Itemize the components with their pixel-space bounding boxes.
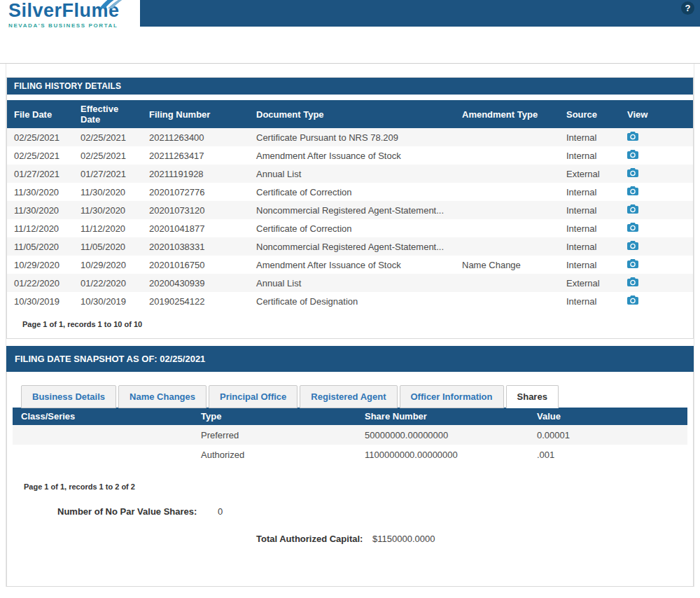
table-row: 01/27/2021 01/27/2021 20211191928 Annual… <box>7 165 693 183</box>
no-par-value: 0 <box>218 506 223 517</box>
cell-source: Internal <box>559 237 620 256</box>
cell-filing-number: 20200430939 <box>142 274 249 292</box>
total-authorized-capital-row: Total Authorized Capital: $1150000.0000 <box>256 534 687 544</box>
content-frame: FILING HISTORY DETAILS File Date Effecti… <box>6 64 694 587</box>
shares-pagination: Page 1 of 1, records 1 to 2 of 2 <box>24 482 687 491</box>
cell-amendment-type <box>455 128 559 146</box>
col-type: Type <box>192 408 356 425</box>
table-header-row: File Date Effective Date Filing Number D… <box>7 100 693 128</box>
shares-table: Class/Series Type Share Number Value Pre… <box>13 408 687 464</box>
cell-effective-date: 02/25/2021 <box>74 146 142 165</box>
cell-file-date: 10/29/2020 <box>7 256 74 274</box>
cell-document-type: Annual List <box>249 274 455 292</box>
camera-view-icon[interactable] <box>627 150 638 159</box>
tab-principal-office[interactable]: Principal Office <box>209 385 298 408</box>
cell-value: .001 <box>528 445 687 464</box>
col-view: View <box>620 100 693 128</box>
cell-amendment-type <box>455 274 559 292</box>
cell-source: Internal <box>559 201 620 219</box>
no-par-value-row: Number of No Par Value Shares: 0 <box>57 506 687 517</box>
table-row: 01/22/2020 01/22/2020 20200430939 Annual… <box>7 274 693 292</box>
cell-source: Internal <box>559 219 620 237</box>
header-navy-bar <box>140 0 700 27</box>
table-row: 11/30/2020 11/30/2020 20201073120 Noncom… <box>7 201 693 219</box>
cell-file-date: 10/30/2019 <box>7 292 74 310</box>
tab-registered-agent[interactable]: Registered Agent <box>300 385 397 408</box>
cell-type: Preferred <box>192 425 356 445</box>
cell-document-type: Annual List <box>249 165 455 183</box>
filing-history-panel: FILING HISTORY DETAILS File Date Effecti… <box>6 77 694 339</box>
help-icon[interactable]: ? <box>681 1 694 15</box>
cell-amendment-type <box>455 165 559 183</box>
camera-view-icon[interactable] <box>627 132 638 141</box>
cell-document-type: Certificate of Designation <box>249 292 455 310</box>
cell-effective-date: 11/05/2020 <box>74 237 142 256</box>
col-file-date: File Date <box>7 100 74 128</box>
total-authorized-capital-label: Total Authorized Capital: <box>256 534 363 544</box>
cell-share-number: 50000000.00000000 <box>356 425 528 445</box>
cell-view <box>620 146 693 165</box>
cell-class-series <box>13 445 192 464</box>
camera-view-icon[interactable] <box>627 186 638 195</box>
camera-view-icon[interactable] <box>627 223 638 232</box>
cell-amendment-type <box>455 219 559 237</box>
cell-source: External <box>559 165 620 183</box>
snapshot-tabs: Business Details Name Changes Principal … <box>21 384 687 408</box>
cell-document-type: Amendment After Issuance of Stock <box>249 146 455 165</box>
cell-document-type: Certificate of Correction <box>249 183 455 201</box>
total-authorized-capital-value: $1150000.0000 <box>372 534 435 544</box>
table-row: 02/25/2021 02/25/2021 20211263417 Amendm… <box>7 146 693 165</box>
camera-view-icon[interactable] <box>627 168 638 177</box>
logo-swoosh-icon <box>98 0 130 11</box>
cell-document-type: Certificate of Correction <box>249 219 455 237</box>
filing-history-table: File Date Effective Date Filing Number D… <box>7 100 693 310</box>
col-value: Value <box>528 408 687 425</box>
cell-amendment-type <box>455 183 559 201</box>
camera-view-icon[interactable] <box>627 295 638 305</box>
tab-officer-information[interactable]: Officer Information <box>400 385 504 408</box>
cell-file-date: 02/25/2021 <box>7 146 74 165</box>
table-row: Preferred 50000000.00000000 0.00001 <box>13 425 687 445</box>
cell-view <box>620 274 693 292</box>
tab-name-changes[interactable]: Name Changes <box>118 385 206 408</box>
col-class-series: Class/Series <box>13 408 192 425</box>
table-row: 11/12/2020 11/12/2020 20201041877 Certif… <box>7 219 693 237</box>
cell-effective-date: 11/12/2020 <box>74 219 142 237</box>
camera-view-icon[interactable] <box>627 277 638 286</box>
cell-file-date: 11/30/2020 <box>7 183 74 201</box>
col-document-type: Document Type <box>249 100 455 128</box>
cell-document-type: Noncommercial Registered Agent-Statement… <box>249 237 455 256</box>
cell-amendment-type <box>455 237 559 256</box>
camera-view-icon[interactable] <box>627 241 638 250</box>
cell-effective-date: 11/30/2020 <box>74 183 142 201</box>
cell-view <box>620 292 693 310</box>
cell-effective-date: 10/29/2020 <box>74 256 142 274</box>
cell-document-type: Noncommercial Registered Agent-Statement… <box>249 201 455 219</box>
col-filing-number: Filing Number <box>142 100 249 128</box>
cell-file-date: 11/30/2020 <box>7 201 74 219</box>
cell-filing-number: 20211263400 <box>142 128 249 146</box>
cell-document-type: Certificate Pursuant to NRS 78.209 <box>249 128 455 146</box>
tab-shares[interactable]: Shares <box>506 385 559 408</box>
cell-view <box>620 165 693 183</box>
filing-history-title: FILING HISTORY DETAILS <box>7 78 693 95</box>
cell-filing-number: 20201041877 <box>142 219 249 237</box>
cell-filing-number: 20201072776 <box>142 183 249 201</box>
logo-subtitle: NEVADA'S BUSINESS PORTAL <box>8 22 120 29</box>
cell-file-date: 01/22/2020 <box>7 274 74 292</box>
camera-view-icon[interactable] <box>627 204 638 214</box>
cell-amendment-type <box>455 292 559 310</box>
snapshot-panel: Business Details Name Changes Principal … <box>6 372 694 587</box>
table-row: 10/29/2020 10/29/2020 20201016750 Amendm… <box>7 256 693 274</box>
cell-source: Internal <box>559 256 620 274</box>
cell-amendment-type <box>455 146 559 165</box>
cell-view <box>620 128 693 146</box>
top-header: ? SilverFlume NEVADA'S BUSINESS PORTAL <box>0 0 700 41</box>
cell-source: Internal <box>559 128 620 146</box>
tab-business-details[interactable]: Business Details <box>21 385 116 408</box>
silverflume-logo[interactable]: SilverFlume NEVADA'S BUSINESS PORTAL <box>8 0 120 29</box>
cell-view <box>620 183 693 201</box>
snapshot-title: FILING DATE SNAPSHOT AS OF: 02/25/2021 <box>6 346 694 372</box>
camera-view-icon[interactable] <box>627 259 638 268</box>
cell-filing-number: 20211263417 <box>142 146 249 165</box>
